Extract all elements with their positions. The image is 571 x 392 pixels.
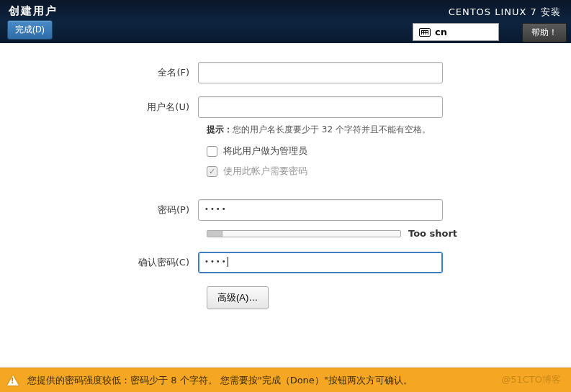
require-password-checkbox: ✓ bbox=[207, 166, 217, 177]
label-username: 用户名(U) bbox=[0, 101, 198, 114]
warning-icon bbox=[7, 375, 19, 386]
keyboard-icon bbox=[419, 28, 431, 37]
advanced-button[interactable]: 高级(A)… bbox=[207, 286, 269, 309]
full-name-input[interactable] bbox=[198, 62, 443, 83]
confirm-password-input[interactable]: •••• bbox=[198, 252, 443, 273]
username-input[interactable] bbox=[198, 96, 443, 118]
page-title: 创建用户 bbox=[9, 4, 58, 18]
admin-checkbox[interactable] bbox=[207, 146, 217, 157]
row-confirm-password: 确认密码(C) •••• bbox=[0, 252, 571, 273]
hint-prefix: 提示： bbox=[207, 124, 233, 135]
installer-header: 创建用户 完成(D) CENTOS LINUX 7 安装 cn 帮助！ bbox=[0, 0, 571, 43]
password-strength-label: Too short bbox=[408, 228, 457, 239]
help-button[interactable]: 帮助！ bbox=[522, 23, 567, 42]
keyboard-layout-text: cn bbox=[435, 27, 447, 37]
user-form: 全名(F) 用户名(U) 提示：您的用户名长度要少于 32 个字符并且不能有空格… bbox=[0, 62, 571, 309]
require-password-row: ✓ 使用此帐户需要密码 bbox=[207, 165, 571, 178]
password-strength-row: Too short bbox=[207, 228, 571, 239]
password-input[interactable]: •••• bbox=[198, 199, 443, 221]
label-password: 密码(P) bbox=[0, 204, 198, 216]
row-username: 用户名(U) bbox=[0, 96, 571, 118]
password-strength-meter bbox=[207, 230, 401, 237]
keyboard-layout-selector[interactable]: cn bbox=[413, 23, 499, 41]
require-password-label: 使用此帐户需要密码 bbox=[223, 165, 307, 178]
hint-text: 您的用户名长度要少于 32 个字符并且不能有空格。 bbox=[233, 124, 431, 135]
label-full-name: 全名(F) bbox=[0, 66, 198, 79]
text-cursor-icon bbox=[228, 257, 228, 267]
password-strength-fill bbox=[207, 231, 222, 237]
row-full-name: 全名(F) bbox=[0, 62, 571, 83]
installer-subtitle: CENTOS LINUX 7 安装 bbox=[449, 6, 561, 19]
password-dots: •••• bbox=[204, 205, 228, 213]
watermark-text: @51CTO博客 bbox=[501, 373, 561, 386]
row-password: 密码(P) •••• bbox=[0, 199, 571, 221]
done-button[interactable]: 完成(D) bbox=[7, 20, 53, 40]
warning-text: 您提供的密码强度较低：密码少于 8 个字符。 您需要按"完成（Done）"按钮两… bbox=[27, 374, 413, 387]
admin-checkbox-label: 将此用户做为管理员 bbox=[223, 145, 307, 158]
warning-bar: 您提供的密码强度较低：密码少于 8 个字符。 您需要按"完成（Done）"按钮两… bbox=[0, 368, 571, 392]
admin-checkbox-row[interactable]: 将此用户做为管理员 bbox=[207, 145, 571, 158]
label-confirm-password: 确认密码(C) bbox=[0, 256, 198, 269]
username-hint: 提示：您的用户名长度要少于 32 个字符并且不能有空格。 bbox=[207, 124, 571, 136]
confirm-password-dots: •••• bbox=[204, 257, 228, 265]
